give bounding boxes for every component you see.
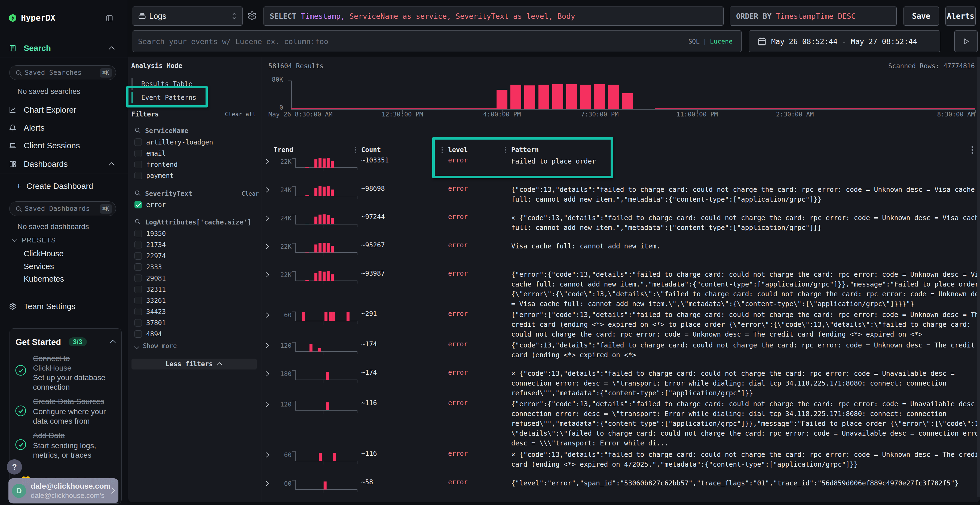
filter-option[interactable]: frontend xyxy=(134,159,257,170)
hist-bar[interactable] xyxy=(552,84,563,109)
gs-step-title[interactable]: Connect toClickHouse xyxy=(33,354,120,373)
save-button[interactable]: Save xyxy=(904,6,939,25)
preset-services[interactable]: Services xyxy=(24,262,54,271)
alerts-button[interactable]: Alerts xyxy=(945,6,976,25)
search-icon[interactable] xyxy=(134,190,141,197)
chevron-up-icon[interactable] xyxy=(109,340,116,344)
help-button[interactable]: ? xyxy=(7,459,22,475)
hist-bar[interactable] xyxy=(608,85,619,109)
sidebar-item-search[interactable]: Search xyxy=(0,41,128,56)
lucene-search-input[interactable]: Search your events w/ Lucene ex. column:… xyxy=(132,30,741,52)
date-range-picker[interactable]: May 26 08:52:44 - May 27 08:52:44 xyxy=(749,30,940,52)
table-row[interactable]: 60 ~116 error × {"code":13,"details":"fa… xyxy=(262,450,980,478)
checkbox[interactable] xyxy=(134,201,142,208)
checkbox[interactable] xyxy=(134,308,142,315)
table-row[interactable]: 120 ~116 error {"error":{"code":13,"deta… xyxy=(262,399,980,450)
scrollbar-track[interactable] xyxy=(977,57,980,497)
checkbox[interactable] xyxy=(134,161,142,168)
hist-bar[interactable] xyxy=(580,85,591,109)
sidebar-item-team-settings[interactable]: Team Settings xyxy=(0,299,128,314)
checkbox[interactable] xyxy=(134,275,142,282)
hist-bar[interactable] xyxy=(594,84,605,109)
filter-option[interactable]: 2333 xyxy=(134,262,257,273)
sidebar-item-alerts[interactable]: Alerts xyxy=(0,120,128,135)
filter-option[interactable]: email xyxy=(134,148,257,159)
sql-select-input[interactable]: SELECT Timestamp, ServiceName as service… xyxy=(264,6,724,25)
toggle-lucene[interactable]: Lucene xyxy=(710,38,733,45)
filter-option[interactable]: error xyxy=(134,199,257,210)
search-icon[interactable] xyxy=(134,127,141,133)
checkbox[interactable] xyxy=(134,138,142,146)
order-by-input[interactable]: ORDER BY TimestampTime DESC xyxy=(730,6,897,25)
sidebar-item-dashboards[interactable]: Dashboards xyxy=(0,156,128,172)
less-filters-button[interactable]: Less filters xyxy=(132,359,257,370)
hist-bar[interactable] xyxy=(524,86,535,109)
checkbox[interactable] xyxy=(134,230,142,237)
search-icon[interactable] xyxy=(134,218,141,225)
filter-option[interactable]: 22974 xyxy=(134,250,257,262)
filter-option[interactable]: 21734 xyxy=(134,239,257,250)
table-options-kebab-icon[interactable] xyxy=(972,149,973,151)
checkbox[interactable] xyxy=(134,297,142,304)
checkbox[interactable] xyxy=(134,330,142,338)
gs-step-title[interactable]: Add Data xyxy=(33,431,120,440)
table-row[interactable]: 120 ~174 error {"code":13,"details":"fai… xyxy=(262,340,980,369)
checkbox[interactable] xyxy=(134,150,142,157)
table-row[interactable]: 60 ~291 error {"error":{"code":13,"detai… xyxy=(262,310,980,340)
brand-title[interactable]: HyperDX xyxy=(21,14,55,22)
gs-step-title[interactable]: Create Data Sources xyxy=(33,397,120,406)
sidebar-item-chart-explorer[interactable]: Chart Explorer xyxy=(0,102,128,118)
table-row[interactable]: 24K ~97244 error × {"code":13,"details":… xyxy=(262,213,980,241)
preset-kubernetes[interactable]: Kubernetes xyxy=(24,275,64,284)
saved-searches-input[interactable]: Saved Searches ⌘K xyxy=(9,65,116,80)
table-row[interactable]: 22K ~93987 error {"error":{"code":13,"de… xyxy=(262,270,980,310)
sidebar-item-client-sessions[interactable]: Client Sessions xyxy=(0,138,128,153)
filter-option[interactable]: 32311 xyxy=(134,284,257,295)
checkbox[interactable] xyxy=(134,286,142,293)
table-row[interactable]: 24K ~98698 error {"code":13,"details":"f… xyxy=(262,185,980,213)
col-header-trend[interactable]: Trend xyxy=(274,146,293,154)
filter-option[interactable]: artillery-loadgen xyxy=(134,137,257,148)
results-histogram[interactable]: 80K0May 26 8:30:00 AM12:30:00 PM4:00:00 … xyxy=(262,57,980,122)
source-settings-gear-icon[interactable] xyxy=(247,11,257,21)
col-header-count[interactable]: Count xyxy=(361,146,381,154)
table-row[interactable]: 22K ~103351 error Failed to place order xyxy=(262,156,980,185)
table-row[interactable]: 60 ~58 error {"level":"error","span_id":… xyxy=(262,478,980,505)
user-menu[interactable]: D dale@clickhouse.com dale@clickhouse.co… xyxy=(8,478,118,503)
checkbox[interactable] xyxy=(134,241,142,248)
hyperdx-logo-icon[interactable] xyxy=(9,14,16,22)
query-language-toggle[interactable]: SQL|Lucene xyxy=(689,38,733,45)
chevron-up-icon[interactable] xyxy=(108,46,115,50)
filter-option[interactable]: 29081 xyxy=(134,273,257,284)
filter-option[interactable]: 19350 xyxy=(134,228,257,239)
clear-group-link[interactable]: Clear xyxy=(242,191,259,197)
checkbox[interactable] xyxy=(134,319,142,327)
table-row[interactable]: 180 ~174 error × {"code":13,"details":"f… xyxy=(262,369,980,399)
hist-bar[interactable] xyxy=(538,85,549,109)
filter-option[interactable]: 37801 xyxy=(134,317,257,329)
sidebar-collapse-icon[interactable] xyxy=(106,14,113,22)
checkbox[interactable] xyxy=(134,252,142,260)
filter-option[interactable]: 4894 xyxy=(134,329,257,340)
table-row[interactable]: 22K ~95267 error Visa cache full: cannot… xyxy=(262,241,980,270)
chevron-up-icon[interactable] xyxy=(108,162,115,166)
presets-toggle[interactable]: PRESETS xyxy=(12,237,56,244)
filter-option[interactable]: 33261 xyxy=(134,295,257,306)
show-more-link[interactable]: Show more xyxy=(134,342,177,349)
checkbox[interactable] xyxy=(134,172,142,179)
drag-handle-icon[interactable] xyxy=(355,149,356,151)
clear-all-link[interactable]: Clear all xyxy=(225,111,256,118)
saved-dashboards-input[interactable]: Saved Dashboards ⌘K xyxy=(9,201,116,216)
hist-bar[interactable] xyxy=(496,90,508,109)
run-query-button[interactable] xyxy=(955,30,978,52)
source-select[interactable]: Logs xyxy=(132,6,243,25)
preset-clickhouse[interactable]: ClickHouse xyxy=(24,249,64,258)
create-dashboard-button[interactable]: + Create Dashboard xyxy=(0,178,128,194)
hist-bar[interactable] xyxy=(622,93,633,109)
filter-option[interactable]: 34423 xyxy=(134,306,257,317)
hist-bar[interactable] xyxy=(511,85,521,109)
filter-option[interactable]: payment xyxy=(134,170,257,181)
checkbox[interactable] xyxy=(134,264,142,271)
toggle-sql[interactable]: SQL xyxy=(689,38,700,45)
hist-bar[interactable] xyxy=(566,84,577,109)
